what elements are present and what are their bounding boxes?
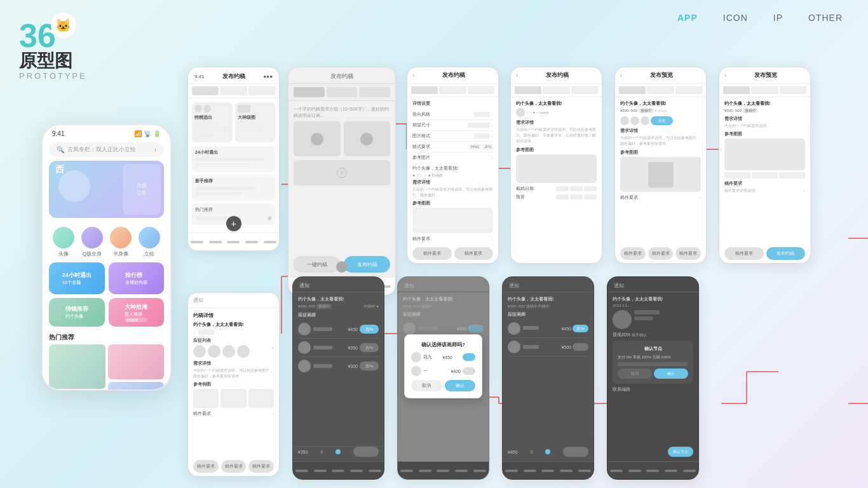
- icon-avatar-label: 头像: [58, 250, 69, 257]
- nav-other[interactable]: OTHER: [808, 13, 843, 23]
- nav-app[interactable]: APP: [677, 13, 698, 23]
- wf10-header: 通知: [503, 277, 593, 292]
- wf-publish-form: ‹ 发布约稿 详情设置 意向风格 › 期望尺寸 ›: [407, 67, 499, 264]
- wf8-tabbar: [293, 461, 384, 479]
- content-col-right: [108, 344, 165, 391]
- tab-dot-1: [191, 241, 203, 243]
- icon-half-label: 半身像: [113, 250, 128, 257]
- wf-preview-final: ‹ 发布预览 约个头像，太太看看我! ¥300~500 接稿中 需求详情 为你的…: [719, 67, 811, 264]
- wf-publish-preview: ‹ 发布预览 约个头像，太太看看我! ¥300~500 接稿中 ● huiye …: [614, 67, 707, 264]
- wireframes-container: 9:41 发布约稿 ●●● 特精选出: [187, 60, 848, 473]
- icon-q-version[interactable]: Q版全身: [81, 227, 103, 257]
- wf11-header: 通知: [607, 277, 698, 292]
- wf-apply-artist-modal: 通知 约个头像，太太太看看我! ¥300~500 接稿中 应征画师 ¥450 确…: [397, 276, 489, 480]
- wf-commission-detail: 通知 约稿详情 约个头像，太太太看看我! ♡ 应征列表 › 需求详情 为你的一个…: [187, 292, 280, 477]
- wf-publish-extended: ‹ 发布约稿 约个头像，太太看看我! ○ ○ ● ○ huiye 需求详情 为你…: [510, 67, 602, 264]
- wf11-tabbar: [607, 461, 698, 479]
- tab-dot-5: [264, 241, 276, 243]
- card-24h[interactable]: 24小时通出 10个名额: [49, 262, 105, 294]
- wf9-header: 通知: [398, 277, 489, 292]
- wf8-header: 通知: [293, 277, 384, 292]
- time: 9:41: [52, 130, 64, 137]
- search-bar[interactable]: 🔍 古风专栏：双人正比小立绘 ›: [49, 142, 164, 157]
- content-col-left: 美少女头像第二弹，明格系列来袭 超妹多久 ♥ 17s 约稿中: [49, 344, 105, 391]
- tab-dot-4: [245, 241, 258, 243]
- logo-area: 36 🐱 原型图 PROTOTYPE: [19, 19, 87, 81]
- content-grid: 美少女头像第二弹，明格系列来袭 超妹多久 ♥ 17s 约稿中: [43, 344, 170, 391]
- wf1-tabbar: [188, 233, 279, 250]
- content-img-1: [49, 344, 105, 389]
- wf-confirm-node: 通知 约个头像，太太太看看我! 2023.3.1~ 显现20% 稿件确认 确认节…: [607, 276, 699, 480]
- wf-publish-draft-1: 9:41 发布约稿 ●●● 特精选出: [187, 67, 280, 251]
- content-img-2: [108, 344, 165, 379]
- wf-publish-center: 发布约稿 一个字的约稿需求介绍（10~500字），更好的约稿说明会让画... ×: [288, 67, 396, 295]
- card-special[interactable]: 特镜推荐 约个头像: [49, 298, 105, 327]
- banner[interactable]: 西 升级公告: [49, 161, 164, 218]
- confirm-modal: 确认选择该画师吗? 花九 ¥450 一 ¥400 取消 确认: [404, 334, 482, 398]
- logo-mascot: 🐱: [51, 13, 76, 38]
- wf1-header: 9:41 发布约稿 ●●●: [188, 67, 279, 84]
- icon-q-label: Q版全身: [83, 250, 102, 257]
- hot-title: 热门推荐: [43, 330, 170, 344]
- feature-cards-1: 24小时通出 10个名额 排行榜 全球好内容: [43, 262, 170, 294]
- wf-apply-artist-2: 通知 约个头像，太太看看我! ¥300~500 接稿中 约稿中 应征画师 ¥45…: [502, 276, 594, 480]
- wf9-tabbar: [398, 461, 489, 479]
- nav-icon[interactable]: ICON: [723, 13, 748, 23]
- status-bar: 9:41 📶 📡 🔋: [43, 125, 170, 140]
- logo-sub: PROTOTYPE: [19, 71, 87, 81]
- nav-ip[interactable]: IP: [773, 13, 783, 23]
- card-masters[interactable]: 大神抢滩 新人推荐 come: [109, 298, 165, 327]
- icon-full-body[interactable]: 立绘: [139, 227, 160, 257]
- wf1-title: 发布约稿: [222, 72, 245, 81]
- content-img-3: [108, 382, 165, 391]
- wf10-tabbar: [503, 461, 593, 479]
- feature-cards-2: 特镜推荐 约个头像 大神抢滩 新人推荐 come: [43, 298, 170, 327]
- wifi-icon: 📡: [144, 130, 151, 137]
- main-phone: 9:41 📶 📡 🔋 🔍 古风专栏：双人正比小立绘 › 西 升级公告 头像 Q版…: [41, 124, 172, 391]
- tab-dot-3: [227, 241, 240, 243]
- logo-text: 原型图: [19, 52, 87, 70]
- category-icons: 头像 Q版全身 半身像 立绘: [43, 222, 170, 262]
- wf-apply-artist-1: 通知 约个头像，太太看看我! ¥300~500 接稿中 约稿中 ● 应征画师 ¥…: [292, 276, 384, 480]
- search-text: 古风专栏：双人正比小立绘: [67, 146, 154, 154]
- signal-icon: 📶: [134, 130, 142, 137]
- search-icon: 🔍: [57, 146, 64, 153]
- icon-avatar[interactable]: 头像: [53, 227, 74, 257]
- icon-full-label: 立绘: [144, 250, 154, 257]
- card-ranking[interactable]: 排行榜 全球好内容: [109, 262, 165, 294]
- search-arrow: ›: [154, 146, 156, 153]
- icon-half-body[interactable]: 半身像: [110, 227, 132, 257]
- tab-dot-2: [209, 241, 222, 243]
- top-nav: APP ICON IP OTHER: [652, 0, 868, 36]
